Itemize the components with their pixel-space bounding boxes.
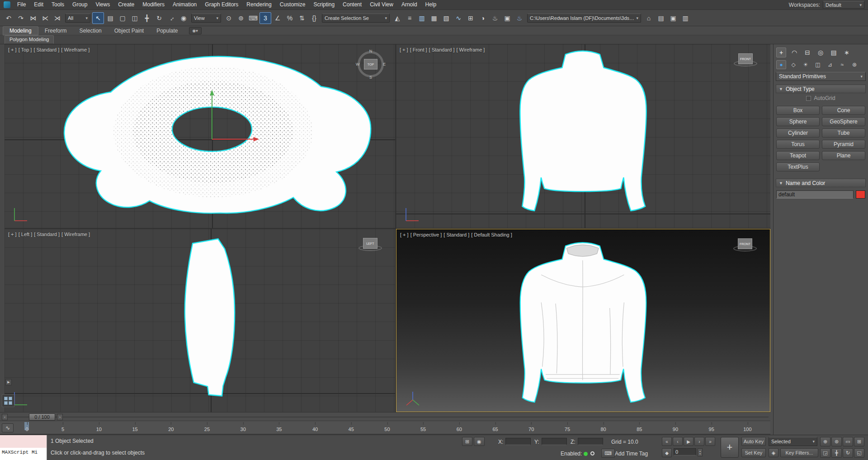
viewcube-front-face[interactable]: FRONT (738, 238, 752, 249)
frame-tick-45[interactable]: 45 (349, 427, 354, 432)
hierarchy-tab[interactable]: ⊟ (802, 47, 812, 57)
front-viewport-render-preset-menu[interactable]: [ Standard ] (429, 47, 455, 52)
menu-file[interactable]: File (13, 0, 30, 9)
helpers-category[interactable]: ⊿ (825, 60, 835, 69)
create-sphere-button[interactable]: Sphere (776, 117, 820, 126)
spinner-snap-toggle[interactable]: ⇅ (296, 12, 308, 24)
rectangular-selection-region-button[interactable]: ▢ (117, 12, 128, 24)
reference-coordinate-dropdown[interactable]: View▾ (191, 14, 221, 23)
frame-tick-85[interactable]: 85 (637, 427, 642, 432)
object-color-swatch[interactable] (856, 190, 865, 199)
viewport-canvas-top[interactable] (5, 44, 395, 228)
menu-rendering[interactable]: Rendering (242, 0, 275, 9)
create-textplus-button[interactable]: TextPlus (776, 162, 820, 171)
select-and-scale-button[interactable]: ↔ (165, 12, 177, 24)
front-viewport-pov-menu[interactable]: [ Front ] (410, 47, 427, 52)
select-by-name-button[interactable]: ▤ (104, 12, 116, 24)
systems-category[interactable]: ⊛ (849, 60, 859, 69)
rollout-name-and-color[interactable]: ▼ Name and Color (776, 179, 866, 187)
play-button[interactable]: ▶ (684, 437, 693, 446)
key-icon[interactable]: ◈ (769, 448, 778, 457)
menu-modifiers[interactable]: Modifiers (138, 0, 169, 9)
select-and-place-button[interactable]: ◉ (178, 12, 189, 24)
render-production-button[interactable]: ♨ (514, 12, 525, 24)
align-button[interactable]: ≡ (404, 12, 415, 24)
compass-south-label[interactable]: S (369, 75, 372, 80)
frame-tick-60[interactable]: 60 (457, 427, 462, 432)
lights-category[interactable]: ☀ (801, 60, 811, 69)
percent-snap-toggle[interactable]: % (284, 12, 296, 24)
select-and-link-button[interactable]: ⋈ (27, 12, 39, 24)
frame-tick-95[interactable]: 95 (709, 427, 714, 432)
create-teapot-button[interactable]: Teapot (776, 151, 820, 160)
material-editor-button[interactable]: ◑ (477, 12, 489, 24)
next-frame-arrow[interactable]: › (57, 414, 63, 420)
viewcube-mini[interactable]: FRONT (733, 51, 759, 71)
edit-named-selection-sets-button[interactable]: {} (308, 12, 320, 24)
auto-key-button[interactable]: Auto Key (741, 437, 766, 446)
create-tube-button[interactable]: Tube (822, 128, 865, 138)
frame-tick-0[interactable]: 0 (25, 427, 28, 432)
frame-tick-20[interactable]: 20 (168, 427, 174, 432)
undo-button[interactable]: ↶ (3, 12, 14, 24)
menu-arnold[interactable]: Arnold (397, 0, 421, 9)
create-plane-button[interactable]: Plane (822, 151, 865, 160)
menu-create[interactable]: Create (114, 0, 138, 9)
key-filters-button[interactable]: Key Filters... (780, 448, 818, 457)
z-coordinate-field[interactable] (578, 438, 603, 445)
x-coordinate-field[interactable] (505, 438, 531, 445)
curve-editor-button[interactable]: ∿ (453, 12, 464, 24)
workspace-tools-button[interactable]: ▥ (679, 12, 691, 24)
pan-button[interactable]: ╋ (831, 448, 842, 458)
left-viewport-pov-menu[interactable]: [ Left ] (19, 232, 33, 237)
zoom-extents-button[interactable]: ▭ (843, 437, 853, 446)
current-frame-field[interactable] (674, 448, 696, 455)
select-object-button[interactable]: ↖ (92, 12, 104, 24)
frame-tick-65[interactable]: 65 (492, 427, 498, 432)
frame-tick-10[interactable]: 10 (96, 427, 102, 432)
select-and-rotate-button[interactable]: ↻ (153, 12, 165, 24)
project-folder-button[interactable]: ⌂ (643, 12, 655, 24)
frame-tick-80[interactable]: 80 (600, 427, 606, 432)
frame-tick-40[interactable]: 40 (312, 427, 318, 432)
viewcube-mini[interactable]: FRONT (733, 236, 758, 256)
selection-lock-toggle[interactable]: ◉ (474, 437, 485, 446)
autogrid-checkbox[interactable] (806, 96, 811, 101)
persp-viewport-render-preset-menu[interactable]: [ Standard ] (443, 232, 469, 237)
keyboard-shortcut-override-button[interactable]: ⌨ (247, 12, 259, 24)
enabled-off-icon[interactable] (590, 451, 594, 455)
toggle-layer-explorer-button[interactable]: ▦ (428, 12, 440, 24)
viewport-canvas-perspective[interactable] (396, 229, 770, 412)
rendered-frame-window-button[interactable]: ▣ (501, 12, 513, 24)
angle-snap-toggle[interactable]: ∠ (272, 12, 283, 24)
ribbon-tab-object-paint[interactable]: Object Paint (108, 27, 150, 35)
use-pivot-point-center-button[interactable]: ⊙ (223, 12, 235, 24)
front-viewport-menu-button[interactable]: [ + ] (400, 47, 408, 52)
tab-polygon-modeling[interactable]: Polygon Modeling (5, 35, 54, 44)
frame-spinner[interactable]: ▴ ▾ (698, 448, 703, 456)
viewcube-compass[interactable]: N S W E TOP (356, 50, 385, 79)
add-time-tag-button[interactable]: Add Time Tag (615, 451, 648, 457)
go-to-end-button[interactable]: » (705, 437, 715, 446)
frame-tick-35[interactable]: 35 (276, 427, 282, 432)
ribbon-tab-freeform[interactable]: Freeform (38, 27, 73, 35)
space-warps-category[interactable]: ≈ (837, 60, 847, 69)
compass-north-label[interactable]: N (369, 49, 373, 53)
viewport-perspective[interactable]: [ + ][ Perspective ][ Standard ][ Defaul… (396, 229, 770, 412)
strip-expand-button[interactable]: ▶ (5, 379, 12, 385)
left-viewport-shading-menu[interactable]: [ Wireframe ] (61, 232, 90, 237)
top-viewport-shading-menu[interactable]: [ Wireframe ] (61, 47, 90, 52)
menu-views[interactable]: Views (91, 0, 114, 9)
frame-tick-50[interactable]: 50 (384, 427, 390, 432)
next-frame-button[interactable]: › (694, 437, 704, 446)
viewport-top[interactable]: [ + ][ Top ][ Standard ][ Wireframe ] N … (5, 44, 395, 228)
sweater-left-view[interactable] (185, 239, 235, 396)
frame-tick-90[interactable]: 90 (673, 427, 678, 432)
utilities-tab[interactable]: ∗ (842, 47, 852, 57)
ribbon-config-button[interactable]: ◉▾ (189, 27, 202, 34)
menu-tools[interactable]: Tools (47, 0, 68, 9)
window-crossing-toggle[interactable]: ◫ (129, 12, 141, 24)
schematic-view-button[interactable]: ⊞ (465, 12, 476, 24)
sweater-perspective[interactable] (520, 242, 646, 402)
track-bar[interactable]: ∿ 05101520253035404550556065707580859095… (0, 421, 770, 435)
